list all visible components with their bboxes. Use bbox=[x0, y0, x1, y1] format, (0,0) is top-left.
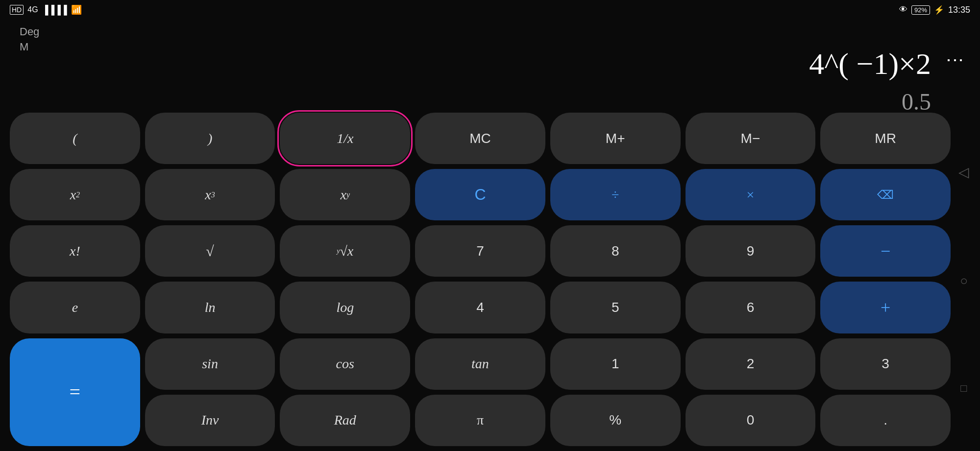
inv-button[interactable]: Inv bbox=[145, 395, 275, 446]
nth-root-button[interactable]: y√x bbox=[280, 225, 410, 277]
display-area: Deg M 4^( −1)×2 0.5 ⋮ bbox=[0, 20, 980, 127]
six-button[interactable]: 6 bbox=[686, 282, 816, 333]
divide-button[interactable]: ÷ bbox=[550, 169, 681, 220]
signal-bars-icon: ▐▐▐▐ bbox=[42, 5, 67, 15]
back-icon[interactable]: ◁ bbox=[958, 164, 969, 180]
signal-4g-icon: 4G bbox=[27, 5, 38, 14]
five-button[interactable]: 5 bbox=[550, 282, 681, 333]
menu-dots[interactable]: ⋮ bbox=[945, 51, 965, 65]
status-right: 👁 92% ⚡ 13:35 bbox=[899, 5, 970, 15]
one-button[interactable]: 1 bbox=[550, 338, 681, 390]
sqrt-button[interactable]: √ bbox=[145, 225, 275, 277]
nav-right: ◁ ○ □ bbox=[952, 108, 976, 451]
ln-button[interactable]: ln bbox=[145, 282, 275, 333]
backspace-button[interactable]: ⌫ bbox=[820, 169, 951, 220]
two-button[interactable]: 2 bbox=[686, 338, 816, 390]
x-cubed-button[interactable]: x3 bbox=[145, 169, 275, 220]
log-button[interactable]: log bbox=[280, 282, 410, 333]
calculator-buttons: ( ) 1/x MC M+ M− MR x2 x3 xy C ÷ × ⌫ x! … bbox=[10, 113, 951, 446]
status-left: HD 4G ▐▐▐▐ 📶 bbox=[10, 4, 82, 15]
mc-button[interactable]: MC bbox=[415, 113, 545, 164]
charging-icon: ⚡ bbox=[934, 5, 944, 15]
home-icon[interactable]: ○ bbox=[960, 273, 968, 288]
cos-button[interactable]: cos bbox=[280, 338, 410, 390]
battery-icon: 92% bbox=[911, 5, 930, 15]
time-display: 13:35 bbox=[948, 5, 970, 15]
rad-button[interactable]: Rad bbox=[280, 395, 410, 446]
zero-button[interactable]: 0 bbox=[686, 395, 816, 446]
eight-button[interactable]: 8 bbox=[550, 225, 681, 277]
expression-display: 4^( −1)×2 bbox=[809, 47, 931, 81]
mminus-button[interactable]: M− bbox=[686, 113, 816, 164]
minus-button[interactable]: − bbox=[820, 225, 951, 277]
plus-button[interactable]: + bbox=[820, 282, 951, 333]
status-bar: HD 4G ▐▐▐▐ 📶 👁 92% ⚡ 13:35 bbox=[0, 0, 980, 20]
four-button[interactable]: 4 bbox=[415, 282, 545, 333]
reciprocal-button[interactable]: 1/x bbox=[280, 113, 410, 164]
hd-icon: HD bbox=[10, 5, 24, 15]
multiply-button[interactable]: × bbox=[686, 169, 816, 220]
close-paren-button[interactable]: ) bbox=[145, 113, 275, 164]
euler-button[interactable]: e bbox=[10, 282, 140, 333]
x-squared-button[interactable]: x2 bbox=[10, 169, 140, 220]
tan-button[interactable]: tan bbox=[415, 338, 545, 390]
x-power-y-button[interactable]: xy bbox=[280, 169, 410, 220]
factorial-button[interactable]: x! bbox=[10, 225, 140, 277]
eye-icon: 👁 bbox=[899, 5, 907, 15]
mr-button[interactable]: MR bbox=[820, 113, 951, 164]
recent-icon[interactable]: □ bbox=[960, 382, 967, 395]
sin-button[interactable]: sin bbox=[145, 338, 275, 390]
clear-button[interactable]: C bbox=[415, 169, 545, 220]
pi-button[interactable]: π bbox=[415, 395, 545, 446]
wifi-icon: 📶 bbox=[71, 4, 82, 15]
mode-label: Deg bbox=[20, 24, 951, 40]
open-paren-button[interactable]: ( bbox=[10, 113, 140, 164]
seven-button[interactable]: 7 bbox=[415, 225, 545, 277]
three-button[interactable]: 3 bbox=[820, 338, 951, 390]
mplus-button[interactable]: M+ bbox=[550, 113, 681, 164]
nine-button[interactable]: 9 bbox=[686, 225, 816, 277]
result-display: 0.5 bbox=[902, 88, 931, 115]
equals-button-main[interactable]: = bbox=[10, 338, 140, 446]
percent-button[interactable]: % bbox=[550, 395, 681, 446]
decimal-button[interactable]: . bbox=[820, 395, 951, 446]
